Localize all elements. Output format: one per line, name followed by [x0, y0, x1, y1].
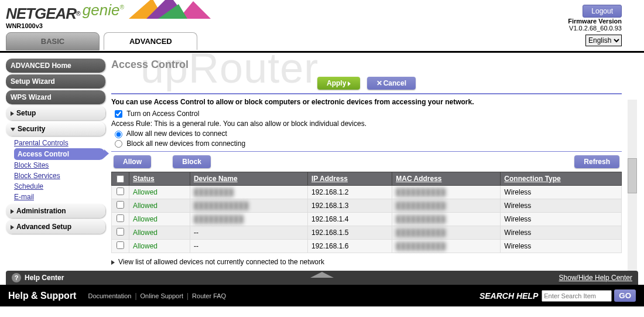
refresh-button[interactable]: Refresh [574, 155, 619, 168]
chevron-right-icon [11, 209, 14, 214]
sidebar-access-control[interactable]: Access Control [14, 148, 105, 160]
sidebar-setup[interactable]: Setup [6, 106, 105, 120]
sidebar-block-sites[interactable]: Block Sites [14, 160, 105, 171]
cell-status: Allowed [129, 240, 190, 253]
sidebar-email[interactable]: E-mail [14, 192, 105, 202]
search-go-button[interactable]: GO [614, 289, 636, 302]
help-support-title: Help & Support [8, 291, 76, 301]
row-checkbox[interactable] [117, 228, 124, 236]
col-status[interactable]: Status [129, 172, 190, 185]
tab-basic[interactable]: BASIC [6, 32, 100, 50]
cell-status: Allowed [129, 226, 190, 240]
instruction-text: You can use Access Control to allow or b… [111, 98, 622, 106]
cell-device-name: ██████████ [190, 213, 307, 226]
cell-conn: Wireless [501, 186, 622, 199]
cancel-button[interactable]: ✕Cancel [367, 77, 416, 90]
table-row: Allowed████████192.168.1.2██████████Wire… [112, 186, 622, 199]
cell-ip: 192.168.1.2 [308, 186, 392, 199]
cell-status: Allowed [129, 186, 190, 199]
expand-up-icon[interactable] [310, 272, 334, 278]
language-select[interactable]: English [585, 35, 622, 46]
turn-on-label: Turn on Access Control [126, 110, 199, 118]
apply-button[interactable]: Apply [317, 77, 360, 90]
device-table: Status Device Name IP Address MAC Addres… [111, 172, 622, 253]
row-checkbox[interactable] [117, 214, 124, 222]
radio-block-label: Block all new devices from connecting [126, 139, 245, 148]
radio-block-new[interactable] [115, 140, 122, 148]
table-row: Allowed--192.168.1.6██████████Wireless [112, 240, 622, 253]
cell-ip: 192.168.1.5 [308, 226, 392, 240]
cell-conn: Wireless [501, 199, 622, 213]
col-connection-type[interactable]: Connection Type [501, 172, 622, 185]
cell-device-name: ████████ [190, 186, 307, 199]
chevron-down-icon [11, 128, 15, 131]
cell-device-name: -- [190, 226, 307, 240]
cell-ip: 192.168.1.3 [308, 199, 392, 213]
col-ip-address[interactable]: IP Address [308, 172, 392, 185]
row-checkbox[interactable] [117, 188, 124, 195]
cell-device-name: -- [190, 240, 307, 253]
show-hide-help-link[interactable]: Show/Hide Help Center [559, 274, 632, 282]
documentation-link[interactable]: Documentation [88, 292, 131, 299]
cell-conn: Wireless [501, 240, 622, 253]
sidebar-administration[interactable]: Administration [6, 204, 105, 218]
play-icon [348, 81, 351, 86]
chevron-right-icon [11, 225, 14, 230]
radio-allow-label: Allow all new devices to connect [126, 129, 227, 138]
cell-ip: 192.168.1.4 [308, 213, 392, 226]
brand-logo: NETGEAR® genie® [6, 1, 124, 23]
access-rule-text: Access Rule: This is a general rule. You… [111, 120, 622, 128]
sidebar-setup-wizard[interactable]: Setup Wizard [6, 74, 105, 88]
cell-mac: ██████████ [392, 226, 501, 240]
select-all-checkbox[interactable] [117, 175, 124, 183]
col-device-name[interactable]: Device Name [190, 172, 307, 185]
logout-button[interactable]: Logout [583, 5, 622, 18]
col-mac-address[interactable]: MAC Address [392, 172, 501, 185]
help-icon: ? [12, 273, 21, 282]
router-faq-link[interactable]: Router FAQ [192, 292, 226, 299]
tab-advanced[interactable]: ADVANCED [104, 32, 197, 50]
search-help-input[interactable] [542, 290, 612, 302]
decorative-triangles-icon [123, 0, 217, 21]
sidebar-advanced-setup[interactable]: Advanced Setup [6, 220, 105, 234]
cell-mac: ██████████ [392, 240, 501, 253]
chevron-right-icon [11, 111, 14, 116]
sidebar-parental-controls[interactable]: Parental Controls [14, 138, 105, 148]
table-row: Allowed██████████192.168.1.4██████████Wi… [112, 213, 622, 226]
vertical-scrollbar[interactable] [628, 100, 637, 281]
cell-conn: Wireless [501, 226, 622, 240]
close-icon: ✕ [376, 79, 382, 87]
cell-mac: ██████████ [392, 213, 501, 226]
cell-status: Allowed [129, 199, 190, 213]
sidebar-schedule[interactable]: Schedule [14, 181, 105, 192]
search-help-label: SEARCH HELP [479, 291, 538, 301]
sidebar-block-services[interactable]: Block Services [14, 171, 105, 181]
cell-mac: ██████████ [392, 199, 501, 213]
sidebar-advanced-home[interactable]: ADVANCED Home [6, 59, 105, 73]
cell-conn: Wireless [501, 213, 622, 226]
allow-button[interactable]: Allow [114, 155, 151, 168]
cell-status: Allowed [129, 213, 190, 226]
radio-allow-new[interactable] [115, 131, 122, 138]
sidebar-security[interactable]: Security [6, 122, 105, 136]
block-button[interactable]: Block [173, 155, 211, 168]
view-allowed-list-link[interactable]: View list of allowed devices not current… [111, 258, 622, 266]
cell-mac: ██████████ [392, 186, 501, 199]
online-support-link[interactable]: Online Support [141, 292, 183, 299]
row-checkbox[interactable] [117, 201, 124, 209]
page-title: Access Control [111, 59, 622, 71]
help-center-label[interactable]: Help Center [25, 274, 64, 282]
firmware-version: Firmware Version V1.0.2.68_60.0.93 [568, 18, 622, 32]
chevron-right-icon [111, 260, 115, 265]
sidebar-wps-wizard[interactable]: WPS Wizard [6, 90, 105, 104]
cell-ip: 192.168.1.6 [308, 240, 392, 253]
turn-on-checkbox[interactable] [115, 110, 122, 118]
model-label: WNR1000v3 [6, 22, 43, 29]
cell-device-name: ███████████ [190, 199, 307, 213]
table-row: Allowed--192.168.1.5██████████Wireless [112, 226, 622, 240]
table-row: Allowed███████████192.168.1.3██████████W… [112, 199, 622, 213]
row-checkbox[interactable] [117, 241, 124, 249]
